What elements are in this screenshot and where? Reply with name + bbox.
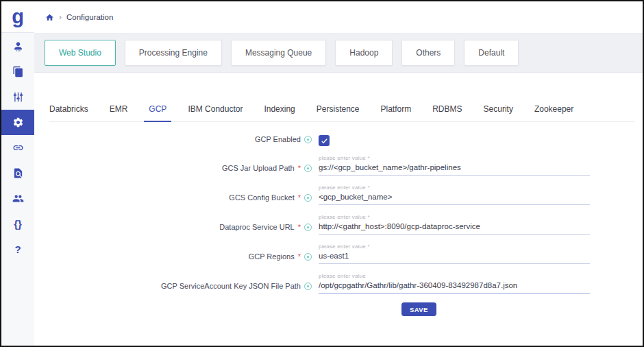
info-icon[interactable] bbox=[304, 194, 312, 202]
field-input-wrap: please enter value bbox=[319, 273, 590, 294]
field-row-dataproc-service-url: Dataproc Service URL*please enter value … bbox=[49, 214, 634, 235]
floating-placeholder-label: please enter value * bbox=[319, 243, 590, 251]
sidebar-item-braces[interactable]: {} bbox=[1, 211, 34, 237]
config-tab-security[interactable]: Security bbox=[484, 101, 513, 121]
gcp-regions-input[interactable] bbox=[319, 251, 590, 264]
category-tab-others[interactable]: Others bbox=[401, 40, 455, 66]
category-tab-web-studio[interactable]: Web Studio bbox=[45, 40, 116, 66]
category-tab-default[interactable]: Default bbox=[464, 40, 519, 66]
content-panel: DatabricksEMRGCPIBM ConductorIndexingPer… bbox=[34, 73, 643, 346]
field-label-gcp-serviceaccount-key-json-file-path: GCP ServiceAccount Key JSON File Path bbox=[49, 273, 312, 290]
field-row-gcp-regions: GCP Regions*please enter value * bbox=[49, 243, 634, 264]
category-tab-messaging-queue[interactable]: Messaging Queue bbox=[231, 40, 326, 66]
category-tab-strip: Web StudioProcessing EngineMessaging Que… bbox=[34, 34, 643, 73]
config-tab-rdbms[interactable]: RDBMS bbox=[432, 101, 462, 121]
sidebar-item-link[interactable] bbox=[1, 135, 34, 160]
sidebar-item-gear[interactable] bbox=[1, 110, 34, 135]
user-icon bbox=[12, 40, 24, 52]
required-asterisk: * bbox=[298, 224, 301, 231]
field-row-gcp-serviceaccount-key-json-file-path: GCP ServiceAccount Key JSON File Pathple… bbox=[49, 273, 634, 294]
floating-placeholder-label: please enter value bbox=[319, 273, 590, 280]
field-label-text: Dataproc Service URL bbox=[219, 223, 294, 231]
field-input-wrap: please enter value * bbox=[319, 184, 590, 205]
help-icon: ? bbox=[14, 244, 21, 254]
braces-icon: {} bbox=[14, 219, 22, 229]
config-tab-platform[interactable]: Platform bbox=[381, 101, 412, 121]
users-icon bbox=[12, 193, 24, 204]
link-icon bbox=[12, 142, 24, 154]
config-tab-indexing[interactable]: Indexing bbox=[264, 101, 295, 121]
field-label-dataproc-service-url: Dataproc Service URL* bbox=[49, 214, 312, 231]
field-row-gcs-config-bucket: GCS Config Bucket*please enter value * bbox=[49, 184, 634, 205]
gcs-config-bucket-input[interactable] bbox=[319, 192, 590, 205]
category-tab-hadoop[interactable]: Hadoop bbox=[335, 40, 393, 66]
config-tab-databricks[interactable]: Databricks bbox=[49, 101, 88, 121]
category-tab-processing-engine[interactable]: Processing Engine bbox=[125, 40, 222, 66]
config-tab-gcp[interactable]: GCP bbox=[149, 101, 166, 121]
info-icon[interactable] bbox=[304, 253, 312, 261]
pages-icon bbox=[12, 66, 24, 77]
main-area: › Configuration Web StudioProcessing Eng… bbox=[34, 1, 643, 346]
required-asterisk: * bbox=[298, 253, 301, 261]
gcp-serviceaccount-key-json-file-path-input[interactable] bbox=[319, 280, 590, 294]
gathr-logo[interactable]: g bbox=[1, 1, 34, 33]
gcp-enabled-checkbox[interactable] bbox=[319, 135, 330, 146]
field-label-gcp-enabled: GCP Enabled bbox=[49, 135, 312, 143]
field-label-text: GCP Enabled bbox=[255, 135, 301, 143]
dataproc-service-url-input[interactable] bbox=[319, 222, 590, 235]
checkmark-icon bbox=[321, 137, 328, 145]
field-input-wrap: please enter value * bbox=[319, 214, 590, 235]
sidebar: g {}? bbox=[1, 1, 34, 346]
config-tab-ibm-conductor[interactable]: IBM Conductor bbox=[188, 101, 243, 121]
field-row-gcp-enabled: GCP Enabled bbox=[49, 135, 634, 146]
config-tab-persistence[interactable]: Persistence bbox=[317, 101, 360, 121]
field-label-text: GCS Config Bucket bbox=[229, 193, 294, 202]
info-icon[interactable] bbox=[304, 165, 312, 172]
floating-placeholder-label: please enter value * bbox=[319, 184, 590, 192]
top-header: › Configuration bbox=[34, 1, 643, 34]
info-icon[interactable] bbox=[304, 224, 312, 231]
sidebar-item-search-document[interactable] bbox=[1, 160, 34, 186]
required-asterisk: * bbox=[298, 165, 301, 172]
gcp-config-form: GCP EnabledGCS Jar Upload Path*please en… bbox=[49, 135, 634, 294]
sidebar-item-pages[interactable] bbox=[1, 59, 34, 84]
info-icon[interactable] bbox=[304, 136, 312, 143]
save-row: SAVE bbox=[49, 302, 634, 316]
sidebar-nav: {}? bbox=[1, 33, 34, 262]
info-icon[interactable] bbox=[304, 283, 312, 290]
breadcrumb: › Configuration bbox=[45, 13, 113, 22]
sidebar-item-user[interactable] bbox=[1, 34, 34, 59]
required-asterisk: * bbox=[298, 194, 301, 202]
gcs-jar-upload-path-input[interactable] bbox=[319, 163, 590, 176]
home-icon[interactable] bbox=[45, 13, 54, 22]
floating-placeholder-label: please enter value * bbox=[319, 155, 590, 163]
config-tab-emr[interactable]: EMR bbox=[110, 101, 128, 121]
field-label-gcs-config-bucket: GCS Config Bucket* bbox=[49, 184, 312, 202]
breadcrumb-current: Configuration bbox=[66, 13, 113, 21]
floating-placeholder-label: please enter value * bbox=[319, 214, 590, 222]
config-tab-bar: DatabricksEMRGCPIBM ConductorIndexingPer… bbox=[49, 101, 634, 122]
sidebar-item-help[interactable]: ? bbox=[1, 237, 34, 262]
field-label-gcs-jar-upload-path: GCS Jar Upload Path* bbox=[49, 155, 312, 172]
app-window: g {}? › Configuration Web StudioProcessi… bbox=[0, 0, 644, 347]
sidebar-item-users[interactable] bbox=[1, 186, 34, 211]
breadcrumb-separator: › bbox=[59, 13, 62, 21]
sidebar-item-sliders[interactable] bbox=[1, 84, 34, 110]
field-label-gcp-regions: GCP Regions* bbox=[49, 243, 312, 261]
field-label-text: GCP ServiceAccount Key JSON File Path bbox=[161, 282, 301, 290]
field-input-wrap: please enter value * bbox=[319, 243, 590, 264]
config-tab-zookeeper[interactable]: Zookeeper bbox=[534, 101, 573, 121]
field-input-wrap: please enter value * bbox=[319, 155, 590, 176]
field-row-gcs-jar-upload-path: GCS Jar Upload Path*please enter value * bbox=[49, 155, 634, 176]
field-label-text: GCS Jar Upload Path bbox=[222, 164, 295, 172]
sliders-icon bbox=[12, 91, 24, 103]
search-document-icon bbox=[12, 167, 24, 179]
field-label-text: GCP Regions bbox=[249, 252, 295, 261]
save-button[interactable]: SAVE bbox=[401, 302, 436, 316]
gear-icon bbox=[12, 117, 24, 128]
